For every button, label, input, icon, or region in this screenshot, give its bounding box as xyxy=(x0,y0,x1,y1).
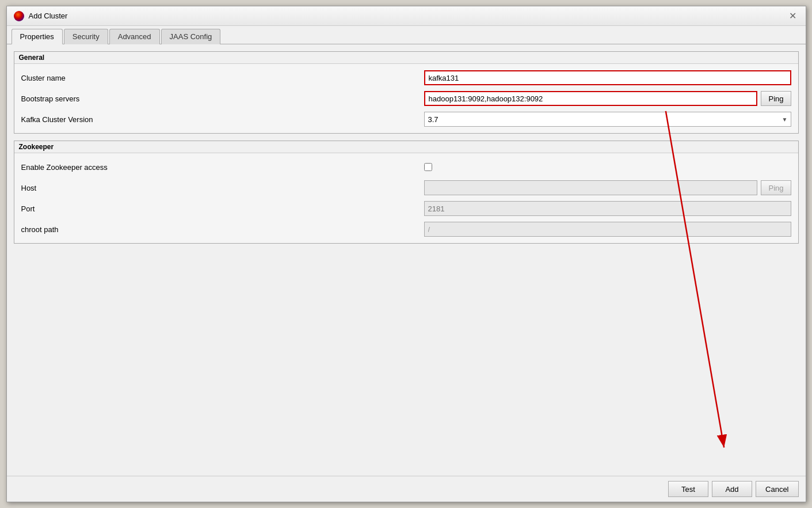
tabs-bar: Properties Security Advanced JAAS Config xyxy=(7,26,806,44)
zookeeper-port-input[interactable] xyxy=(424,201,791,216)
kafka-version-select[interactable]: 3.7 3.6 3.5 3.4 3.3 3.2 3.1 3.0 2.8 2.7 xyxy=(424,112,791,127)
enable-zookeeper-label: Enable Zookeeper access xyxy=(21,163,424,172)
general-section-body: Cluster name Bootstrap servers Ping Kafk… xyxy=(14,64,798,133)
cluster-name-label: Cluster name xyxy=(21,74,424,82)
zookeeper-port-row: Port xyxy=(21,200,791,217)
chroot-path-control xyxy=(424,222,791,237)
title-bar: Add Cluster ✕ xyxy=(7,6,806,26)
tab-jaas-config[interactable]: JAAS Config xyxy=(161,29,221,44)
tab-properties[interactable]: Properties xyxy=(12,29,63,44)
chroot-path-input[interactable] xyxy=(424,222,791,237)
zookeeper-host-control: Ping xyxy=(424,180,791,195)
zookeeper-section-title: Zookeeper xyxy=(14,141,798,153)
bootstrap-servers-input[interactable] xyxy=(424,91,758,106)
cancel-button[interactable]: Cancel xyxy=(756,481,798,497)
app-icon xyxy=(14,11,24,21)
zookeeper-section-body: Enable Zookeeper access Host Ping Port xyxy=(14,153,798,243)
chroot-path-row: chroot path xyxy=(21,221,791,237)
cluster-name-input[interactable] xyxy=(424,70,791,85)
enable-zookeeper-control xyxy=(424,163,791,171)
kafka-version-label: Kafka Cluster Version xyxy=(21,115,424,124)
general-section-title: General xyxy=(14,52,798,64)
general-section: General Cluster name Bootstrap servers P… xyxy=(14,51,799,134)
cluster-name-control xyxy=(424,70,791,85)
dialog-footer: Test Add Cancel xyxy=(7,476,806,502)
zookeeper-ping-button[interactable]: Ping xyxy=(761,180,791,195)
kafka-version-control: 3.7 3.6 3.5 3.4 3.3 3.2 3.1 3.0 2.8 2.7 xyxy=(424,112,791,127)
zookeeper-host-label: Host xyxy=(21,184,424,192)
tab-security[interactable]: Security xyxy=(64,29,108,44)
bootstrap-ping-button[interactable]: Ping xyxy=(761,91,791,106)
bootstrap-servers-row: Bootstrap servers Ping xyxy=(21,90,791,107)
dialog-title: Add Cluster xyxy=(29,12,68,20)
cluster-name-row: Cluster name xyxy=(21,70,791,86)
content-area: General Cluster name Bootstrap servers P… xyxy=(7,44,806,476)
add-button[interactable]: Add xyxy=(712,481,752,497)
close-button[interactable]: ✕ xyxy=(787,10,799,22)
bootstrap-servers-label: Bootstrap servers xyxy=(21,94,424,103)
zookeeper-port-control xyxy=(424,201,791,216)
zookeeper-section: Zookeeper Enable Zookeeper access Host P… xyxy=(14,141,799,244)
tab-advanced[interactable]: Advanced xyxy=(109,29,160,44)
zookeeper-host-row: Host Ping xyxy=(21,180,791,196)
test-button[interactable]: Test xyxy=(668,481,708,497)
kafka-version-row: Kafka Cluster Version 3.7 3.6 3.5 3.4 3.… xyxy=(21,111,791,127)
chroot-path-label: chroot path xyxy=(21,225,424,234)
enable-zookeeper-checkbox[interactable] xyxy=(424,163,432,171)
add-cluster-dialog: Add Cluster ✕ Properties Security Advanc… xyxy=(6,6,806,502)
bootstrap-servers-control: Ping xyxy=(424,91,791,106)
kafka-version-select-wrapper: 3.7 3.6 3.5 3.4 3.3 3.2 3.1 3.0 2.8 2.7 xyxy=(424,112,791,127)
zookeeper-port-label: Port xyxy=(21,204,424,213)
enable-zookeeper-row: Enable Zookeeper access xyxy=(21,159,791,175)
zookeeper-host-input[interactable] xyxy=(424,180,758,195)
